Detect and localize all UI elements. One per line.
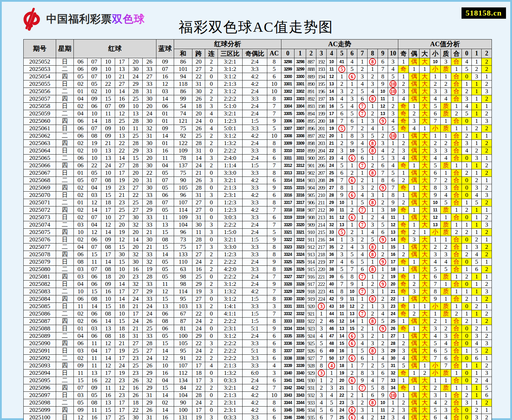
trend-cell: 924 xyxy=(306,332,316,340)
trend-cell: 8 xyxy=(368,318,378,325)
trend-cell: 193 xyxy=(316,66,327,73)
sum-cell: 107 xyxy=(174,362,192,370)
ac-hit-circle: 10 xyxy=(389,80,397,88)
consecutive-cell: 3 xyxy=(205,244,218,251)
trend-cell: 8 xyxy=(378,73,388,80)
header-blue-ball: 蓝球 xyxy=(156,40,174,58)
table-row: 2025056二01021014283103863023:1:22:410330… xyxy=(24,88,492,95)
analysis-cell: 2 xyxy=(462,206,472,214)
trend-cell: 921 xyxy=(306,310,316,318)
trend-cell: 3 xyxy=(357,332,368,340)
analysis-cell: 1 xyxy=(419,303,430,310)
ac-hit-circle: 8 xyxy=(369,147,376,154)
red-ball: 15 xyxy=(74,377,88,384)
analysis-cell: 奇 xyxy=(398,384,409,392)
blue-ball: 16 xyxy=(156,147,174,155)
ac-hit-circle: 3 xyxy=(318,370,325,377)
span-cell: 24 xyxy=(192,118,205,125)
analysis-cell: 奇 xyxy=(398,206,409,214)
analysis-cell: 1 xyxy=(462,162,472,169)
analysis-cell: 大 xyxy=(419,384,430,392)
red-ball: 08 xyxy=(101,332,115,340)
odd-even-ratio-cell: 3:3 xyxy=(243,244,267,251)
table-row: 2025068二05070819203107902633:2:14:263314… xyxy=(24,177,492,184)
odd-even-ratio-cell: 3:3 xyxy=(243,362,267,370)
sum-cell: 103 xyxy=(174,303,192,310)
consecutive-cell: 3 xyxy=(205,103,218,110)
ac-hit-circle: 5 xyxy=(338,125,345,132)
trend-cell: 12 xyxy=(378,414,388,420)
week-cell: 四 xyxy=(56,118,74,125)
trend-cell: 903 xyxy=(306,177,316,184)
red-ball: 05 xyxy=(74,73,88,80)
trend-cell: 2 xyxy=(388,407,398,414)
red-ball: 33 xyxy=(143,147,156,155)
consecutive-cell: 0 xyxy=(205,273,218,281)
span-cell: 26 xyxy=(192,95,205,103)
trend-cell: 20 xyxy=(327,132,337,140)
trend-cell: 205 xyxy=(316,155,327,162)
analysis-cell: 2 xyxy=(451,110,462,118)
analysis-cell: 合 xyxy=(451,214,462,221)
ac-value-cell: 6 xyxy=(267,377,281,384)
zone-ratio-cell: 2:2:2 xyxy=(218,258,243,266)
analysis-cell: 奇 xyxy=(398,229,409,236)
zone-ratio-cell: 3:2:1 xyxy=(218,236,243,244)
page-title: 福彩双色球AC值走势图 xyxy=(2,17,510,37)
analysis-cell: 偶 xyxy=(409,73,419,80)
red-ball: 19 xyxy=(115,347,129,355)
trend-cell: 902 xyxy=(306,169,316,177)
analysis-cell: 3 xyxy=(472,332,482,340)
trend-cell: 210 xyxy=(316,192,327,199)
red-ball: 33 xyxy=(143,281,156,288)
red-ball: 07 xyxy=(88,244,101,251)
red-ball: 06 xyxy=(74,251,88,258)
analysis-cell: 3 xyxy=(462,95,472,103)
trend-cell: 43 xyxy=(327,303,337,310)
analysis-cell: 奇 xyxy=(398,310,409,318)
consecutive-cell: 3 xyxy=(205,221,218,229)
analysis-cell: 5 xyxy=(462,66,472,73)
span-cell: 31 xyxy=(192,147,205,155)
red-ball: 09 xyxy=(115,103,129,110)
trend-cell: 6 xyxy=(347,414,357,420)
trend-cell: 9 xyxy=(337,295,347,303)
trend-cell: 5 xyxy=(337,229,347,236)
trend-cell: 10 xyxy=(388,132,398,140)
blue-ball: 05 xyxy=(156,332,174,340)
analysis-cell: 奇 xyxy=(398,273,409,281)
subheader-analysis-3: 小 xyxy=(430,49,441,58)
trend-cell: 223 xyxy=(316,288,327,295)
trend-cell: 10 xyxy=(388,206,398,214)
blue-ball: 01 xyxy=(156,140,174,147)
table-row: 2025061日06070910113209752645:0:13:353307… xyxy=(24,125,492,132)
trend-cell: 12 xyxy=(327,73,337,80)
analysis-cell: 1 xyxy=(482,73,492,80)
trend-cell: 1 xyxy=(378,288,388,295)
analysis-cell: 3 xyxy=(482,118,492,125)
trend-cell: 928 xyxy=(306,362,316,370)
red-ball: 01 xyxy=(74,325,88,332)
red-ball: 32 xyxy=(143,258,156,266)
analysis-cell: 偶 xyxy=(409,132,419,140)
zone-ratio-cell: 2:3:1 xyxy=(218,407,243,414)
analysis-cell: 1 xyxy=(482,273,492,281)
site-url-badge[interactable]: 518158.cn xyxy=(462,7,506,19)
trend-cell: 2 xyxy=(337,140,347,147)
analysis-cell: 质 xyxy=(441,384,451,392)
period-cell: 2025086 xyxy=(24,310,56,318)
trend-cell: 2 xyxy=(347,370,357,377)
analysis-cell: 偶 xyxy=(409,58,419,66)
odd-even-ratio-cell: 3:3 xyxy=(243,414,267,420)
red-ball: 22 xyxy=(101,377,115,384)
trend-cell: 18 xyxy=(388,266,398,273)
trend-cell: 8 xyxy=(368,347,378,355)
ac-value-cell: 10 xyxy=(267,132,281,140)
red-ball: 06 xyxy=(88,318,101,325)
red-ball: 09 xyxy=(74,362,88,370)
period-cell: 2025055 xyxy=(24,80,56,88)
analysis-cell: 13 xyxy=(430,221,441,229)
trend-cell: 3305 xyxy=(294,110,306,118)
red-ball: 03 xyxy=(88,325,101,332)
analysis-cell: 偶 xyxy=(409,399,419,407)
